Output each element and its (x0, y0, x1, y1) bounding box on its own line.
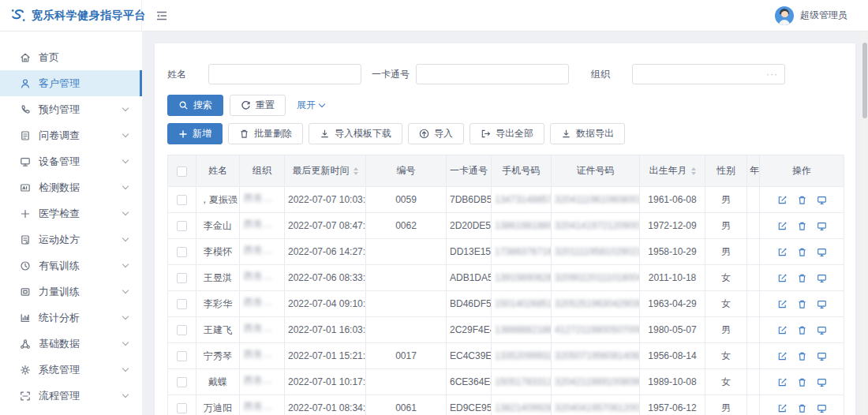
edit-icon[interactable] (777, 377, 788, 387)
cell-updated: 2022-07-01 15:21:12 (285, 343, 366, 369)
delete-icon[interactable] (797, 351, 807, 361)
sidebar-item-系统管理[interactable]: 系统管理 (0, 357, 142, 383)
template-download-button[interactable]: 导入模板下载 (309, 123, 402, 144)
cell-idnumber-redacted: 320411196106080010 (555, 194, 640, 205)
sidebar-item-label: 设备管理 (39, 155, 80, 169)
cell-name: ，夏振强 (196, 187, 240, 213)
delete-icon[interactable] (797, 403, 807, 413)
sidebar-item-预约管理[interactable]: 预约管理 (0, 96, 142, 122)
row-checkbox[interactable] (177, 403, 187, 413)
scrollbar-thumb[interactable] (862, 43, 867, 118)
expand-link[interactable]: 展开 (297, 99, 324, 112)
org-filter-input[interactable]: ··· (632, 64, 785, 84)
sidebar-item-客户管理[interactable]: 客户管理 (0, 70, 142, 96)
window-scrollbar[interactable] (861, 32, 868, 415)
reset-button[interactable]: 重置 (230, 95, 286, 116)
monitor-icon[interactable] (817, 377, 827, 387)
edit-icon[interactable] (777, 221, 788, 231)
monitor-icon[interactable] (817, 403, 827, 413)
delete-icon[interactable] (797, 325, 807, 335)
sidebar-item-流程管理[interactable]: 流程管理 (0, 383, 142, 409)
sidebar-item-运动处方[interactable]: 运动处方 (0, 226, 142, 252)
edit-icon[interactable] (777, 403, 788, 413)
chevron-down-icon (122, 157, 129, 163)
delete-icon[interactable] (797, 247, 807, 257)
card-filter-input[interactable] (416, 64, 569, 84)
cell-org-redacted: 西青区体育指导中心 (244, 348, 280, 361)
add-button[interactable]: 新增 (167, 123, 223, 144)
row-checkbox[interactable] (177, 299, 187, 309)
chevron-down-icon (122, 391, 129, 398)
table-header-row: 姓名 组织 最后更新时间 编号 一卡通号 手机号码 证件号码 出生年月 性别 年… (168, 155, 844, 187)
edit-icon[interactable] (777, 247, 788, 257)
aerobic-icon (19, 260, 31, 271)
cell-phone-redacted: 13473148857 (495, 194, 552, 205)
edit-icon[interactable] (777, 351, 788, 361)
sidebar-item-力量训练[interactable]: 力量训练 (0, 279, 142, 305)
col-phone: 手机号码 (492, 155, 552, 187)
batch-delete-button[interactable]: 批量删除 (228, 123, 303, 144)
edit-icon[interactable] (777, 299, 788, 309)
survey-icon (19, 129, 31, 141)
row-checkbox[interactable] (177, 247, 187, 257)
export-all-button[interactable]: 导出全部 (470, 123, 544, 144)
monitor-icon[interactable] (817, 299, 827, 309)
table-row: 李模怀 西青区体育指导中心 2022-07-06 14:27:45 DD13E1… (168, 239, 844, 265)
monitor-icon[interactable] (817, 325, 827, 335)
monitor-icon[interactable] (817, 351, 827, 361)
delete-icon[interactable] (797, 221, 807, 231)
delete-icon[interactable] (797, 377, 807, 387)
cell-updated: 2022-07-01 16:03:23 (285, 317, 366, 343)
table-row: 王建飞 西青区体育指导中心 2022-07-01 16:03:23 2C29F4… (168, 317, 844, 343)
table-row: ，夏振强 西青区体育指导中心 2022-07-07 10:03:29 0059 … (168, 187, 844, 213)
delete-icon[interactable] (797, 195, 807, 205)
sidebar-item-label: 流程管理 (39, 389, 80, 403)
sidebar-item-统计分析[interactable]: 统计分析 (0, 305, 142, 331)
row-checkbox[interactable] (177, 325, 187, 335)
sidebar-item-有氧训练[interactable]: 有氧训练 (0, 252, 142, 279)
monitor-icon[interactable] (817, 273, 827, 283)
cell-org-redacted: 西青区体育指导中心 (244, 244, 280, 257)
table-row: 李彩华 西青区体育指导中心 2022-07-04 09:10:06 BD46DF… (168, 291, 844, 317)
delete-icon[interactable] (797, 299, 807, 309)
sidebar-item-问卷调查[interactable]: 问卷调查 (0, 122, 142, 148)
chevron-down-icon (122, 131, 129, 137)
row-checkbox[interactable] (177, 273, 187, 283)
sort-icon[interactable] (354, 167, 358, 175)
row-checkbox[interactable] (177, 221, 187, 231)
select-all-checkbox[interactable] (177, 166, 187, 177)
cell-idnumber-redacted: 320507195608140823 (555, 350, 640, 361)
edit-icon[interactable] (777, 273, 788, 283)
monitor-icon[interactable] (817, 247, 827, 257)
row-checkbox[interactable] (177, 195, 187, 205)
chevron-down-icon (122, 313, 129, 320)
import-button[interactable]: 导入 (408, 123, 464, 144)
edit-icon[interactable] (777, 195, 788, 205)
sidebar-item-label: 客户管理 (39, 77, 80, 91)
sidebar-item-设备管理[interactable]: 设备管理 (0, 148, 142, 174)
sidebar-item-检测数据[interactable]: 检测数据 (0, 174, 142, 200)
delete-icon[interactable] (797, 273, 807, 283)
row-checkbox[interactable] (177, 377, 187, 387)
user-menu[interactable]: 超级管理员 (775, 6, 847, 25)
sidebar-item-医学检查[interactable]: 医学检查 (0, 200, 142, 226)
chevron-down-icon (122, 365, 129, 372)
sidebar-item-基础数据[interactable]: 基础数据 (0, 331, 142, 357)
col-operation: 操作 (760, 155, 844, 187)
monitor-icon[interactable] (817, 221, 827, 231)
cell-gender: 女 (705, 343, 747, 369)
search-button[interactable]: 搜索 (167, 95, 223, 116)
cell-org-redacted: 西青区体育指导中心 (244, 270, 280, 283)
cell-idnumber-redacted: 320421198910080909 (555, 376, 640, 387)
data-export-button[interactable]: 数据导出 (550, 123, 625, 144)
sidebar-item-首页[interactable]: 首页 (0, 44, 142, 70)
menu-collapse-icon[interactable] (155, 9, 168, 22)
sidebar-item-label: 系统管理 (39, 363, 80, 377)
row-checkbox[interactable] (177, 351, 187, 361)
edit-icon[interactable] (777, 325, 788, 335)
cell-updated: 2022-07-06 08:33:37 (285, 265, 366, 291)
monitor-icon[interactable] (817, 195, 827, 205)
name-filter-input[interactable] (208, 64, 361, 84)
sort-icon[interactable] (691, 167, 696, 175)
col-clipped: 年 (747, 155, 760, 187)
